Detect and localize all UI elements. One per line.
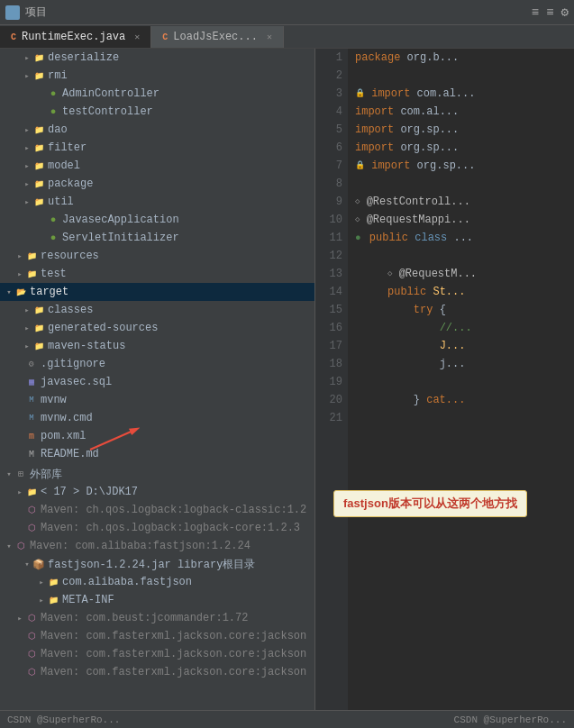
tree-item-gitignore[interactable]: ⚙ .gitignore <box>0 355 314 373</box>
tree-item-test-controller[interactable]: ● testController <box>0 103 314 121</box>
tree-item-model[interactable]: 📁 model <box>0 157 314 175</box>
folder-icon-filter: 📁 <box>32 141 45 154</box>
code-line-11: ● public class ... <box>355 229 567 247</box>
label-util: util <box>48 196 74 208</box>
editor[interactable]: 1 2 3 4 5 6 7 8 9 10 11 12 13 14 15 16 1… <box>315 49 574 710</box>
tree-item-target[interactable]: 📂 target <box>0 283 314 301</box>
code-line-1: package org.b... <box>355 49 567 67</box>
code-line-12 <box>355 247 567 265</box>
arrow-deserialize <box>22 52 32 63</box>
tree-item-jdk17[interactable]: 📁 < 17 > D:\JDK17 <box>0 483 314 501</box>
tree-item-resources[interactable]: 📁 resources <box>0 247 314 265</box>
label-jackson1: Maven: com.fasterxml.jackson.core:jackso… <box>41 630 306 642</box>
arrow-com-alibaba <box>36 577 47 587</box>
gear-icon[interactable]: ⚙ <box>561 5 569 20</box>
tab-load-js-exec[interactable]: C LoadJsExec... ✕ <box>151 26 284 48</box>
folder-icon-generated-sources: 📁 <box>32 322 45 334</box>
tree-item-com-alibaba-fastjson[interactable]: 📁 com.alibaba.fastjson <box>0 573 314 591</box>
folder-icon-classes: 📁 <box>32 304 45 316</box>
tree-item-pom-xml[interactable]: m pom.xml <box>0 427 314 445</box>
arrow-service <box>22 178 32 189</box>
arrow-generated-sources <box>22 323 32 333</box>
arrow-jcommander <box>14 613 25 623</box>
arrow-util <box>22 196 32 207</box>
status-bar: CSDN @SuperherRo... CSDN @SuperherRo... <box>0 710 574 728</box>
label-deserialize: deserialize <box>48 51 119 64</box>
tree-item-ext-libs-header[interactable]: ⊞ 外部库 <box>0 465 314 483</box>
maven-icon-jcommander: ⬡ <box>25 612 38 624</box>
arrow-fastjson-jar <box>22 559 32 569</box>
arrow-test <box>14 268 25 279</box>
folder-icon-model: 📁 <box>32 159 45 172</box>
tree-item-meta-inf[interactable]: 📁 META-INF <box>0 591 314 609</box>
folder-icon-test: 📁 <box>25 268 38 280</box>
arrow-resources <box>14 250 25 261</box>
arrow-classes <box>22 305 32 315</box>
tree-item-filter[interactable]: 📁 filter <box>0 139 314 157</box>
tree-item-deserialize[interactable]: 📁 deserialize <box>0 49 314 67</box>
tree-item-jackson3[interactable]: ⬡ Maven: com.fasterxml.jackson.core:jack… <box>0 663 314 681</box>
folder-icon-deserialize: 📁 <box>32 51 45 64</box>
arrow-meta-inf <box>36 595 47 605</box>
spring-icon-test: ● <box>47 105 59 118</box>
label-test: test <box>41 268 67 280</box>
arrow-ext-libs <box>4 469 14 479</box>
tree-item-mvnw[interactable]: M mvnw <box>0 391 314 409</box>
label-jackson2: Maven: com.fasterxml.jackson.core:jackso… <box>41 648 306 660</box>
tree-item-dao[interactable]: 📁 dao <box>0 121 314 139</box>
ext-libs-icon: ⊞ <box>14 468 27 480</box>
tab-close-icon-2[interactable]: ✕ <box>267 32 272 42</box>
label-mvnw-cmd: mvnw.cmd <box>41 412 93 424</box>
xml-icon: m <box>25 430 38 442</box>
folder-icon-jdk17: 📁 <box>25 486 38 498</box>
tree-item-logback-classic[interactable]: ⬡ Maven: ch.qos.logback:logback-classic:… <box>0 501 314 519</box>
top-bar: 项目 ≡ ≡ ⚙ <box>0 0 574 25</box>
tab-close-icon[interactable]: ✕ <box>134 32 140 42</box>
tree-item-test[interactable]: 📁 test <box>0 265 314 283</box>
menu-icon[interactable]: ≡ <box>532 5 539 20</box>
tree-item-jackson2[interactable]: ⬡ Maven: com.fasterxml.jackson.core:jack… <box>0 645 314 663</box>
label-admin-controller: AdminController <box>62 87 159 100</box>
code-area[interactable]: package org.b... 🔒 import com.al... impo… <box>348 49 574 710</box>
tree-item-fastjson[interactable]: ⬡ Maven: com.alibaba:fastjson:1.2.24 <box>0 537 314 555</box>
sidebar[interactable]: 📁 deserialize 📁 rmi ● AdminController ● … <box>0 49 315 710</box>
tree-item-javasec-app[interactable]: ● JavasecApplication <box>0 211 314 229</box>
tab-runtime-exec[interactable]: C RuntimeExec.java ✕ <box>0 26 151 48</box>
java-icon-2: C <box>162 32 168 42</box>
tree-item-rmi[interactable]: 📁 rmi <box>0 67 314 85</box>
tree-item-jcommander[interactable]: ⬡ Maven: com.beust:jcommander:1.72 <box>0 609 314 627</box>
spring-icon-servlet: ● <box>47 232 59 244</box>
tree-item-servlet-init[interactable]: ● ServletInitializer <box>0 229 314 247</box>
list-icon[interactable]: ≡ <box>546 5 553 20</box>
label-logback-core: Maven: ch.qos.logback:logback-core:1.2.3 <box>41 522 300 534</box>
label-fastjson: Maven: com.alibaba:fastjson:1.2.24 <box>30 540 251 552</box>
tree-item-logback-core[interactable]: ⬡ Maven: ch.qos.logback:logback-core:1.2… <box>0 519 314 537</box>
spring-icon-javasec: ● <box>47 214 59 226</box>
tree-item-admin-controller[interactable]: ● AdminController <box>0 85 314 103</box>
tree-item-jackson1[interactable]: ⬡ Maven: com.fasterxml.jackson.core:jack… <box>0 627 314 645</box>
tree-item-readme-md[interactable]: M README.md <box>0 445 314 463</box>
label-jdk17: < 17 > D:\JDK17 <box>41 486 138 498</box>
tree-item-mvnw-cmd[interactable]: M mvnw.cmd <box>0 409 314 427</box>
tabs-bar: C RuntimeExec.java ✕ C LoadJsExec... ✕ <box>0 25 574 49</box>
arrow-maven-status <box>22 341 32 351</box>
maven-icon-jackson2: ⬡ <box>25 648 38 660</box>
tree-item-fastjson-jar[interactable]: 📦 fastjson-1.2.24.jar library根目录 <box>0 555 314 573</box>
tree-item-classes[interactable]: 📁 classes <box>0 301 314 319</box>
code-line-18: j... <box>355 355 567 373</box>
jar-icon-fastjson: 📦 <box>32 558 45 570</box>
code-line-9: ◇ @RestControll... <box>355 193 567 211</box>
label-service: package <box>48 177 93 190</box>
code-line-19 <box>355 373 567 391</box>
status-right: CSDN @SuperherRo... <box>454 714 567 725</box>
label-model: model <box>48 159 80 172</box>
project-title: 项目 <box>25 5 47 20</box>
label-javasec-sql: javasec.sql <box>41 376 112 388</box>
tree-item-service[interactable]: 📁 package <box>0 175 314 193</box>
maven-icon-logback-classic: ⬡ <box>25 504 38 516</box>
folder-icon-resources: 📁 <box>25 250 38 262</box>
tree-item-util[interactable]: 📁 util <box>0 193 314 211</box>
tree-item-generated-sources[interactable]: 📁 generated-sources <box>0 319 314 337</box>
tree-item-javasec-sql[interactable]: ▦ javasec.sql <box>0 373 314 391</box>
tree-item-maven-status[interactable]: 📁 maven-status <box>0 337 314 355</box>
